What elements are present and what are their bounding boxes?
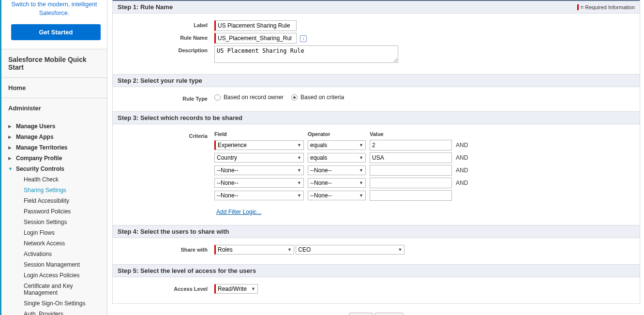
rule-type-label: Rule Type (118, 94, 214, 102)
expand-icon: ▶ (8, 145, 14, 151)
button-bar: Save Cancel (112, 304, 640, 315)
step1-title: Step 1: Rule Name (118, 3, 173, 11)
criteria-and-label: AND (456, 164, 472, 177)
radio-based-on-owner[interactable]: Based on record owner (214, 94, 284, 101)
step4-header: Step 4: Select the users to share with (113, 225, 640, 238)
sidebar-item-sharing-settings[interactable]: Sharing Settings (1, 185, 107, 195)
share-with-label: Share with (118, 245, 214, 253)
switch-to-lightning-panel: Switch to the modern, intelligent Salesf… (1, 0, 107, 49)
get-started-button[interactable]: Get Started (11, 24, 101, 40)
switch-text-line2: Salesforce. (11, 9, 97, 17)
required-bar-icon (577, 4, 579, 10)
description-label: Description (118, 45, 214, 53)
sidebar-item-activations[interactable]: Activations (1, 249, 107, 259)
criteria-row: --None----None-- (214, 189, 472, 202)
expand-icon: ▶ (8, 135, 14, 140)
criteria-field-select[interactable]: --None-- (214, 178, 304, 188)
access-level-select[interactable]: Read/Write (214, 284, 258, 294)
criteria-field-select[interactable]: Experience (214, 140, 304, 150)
sidebar-item-login-flows[interactable]: Login Flows (1, 227, 107, 238)
cancel-button[interactable]: Cancel (374, 313, 403, 315)
criteria-row: CountryequalsAND (214, 151, 472, 164)
criteria-table: Field Operator Value ExperienceequalsAND… (214, 131, 472, 202)
criteria-row: --None----None--AND (214, 177, 472, 189)
criteria-and-label: AND (456, 151, 472, 164)
sidebar-item-field-accessibility[interactable]: Field Accessibility (1, 195, 107, 206)
label-label: Label (118, 20, 214, 28)
sidebar-item-security-controls[interactable]: ▼Security Controls (1, 164, 107, 174)
sidebar-item-company-profile[interactable]: ▶Company Profile (1, 153, 107, 164)
radio-icon (214, 94, 221, 101)
required-info-text: = Required Information (581, 4, 635, 10)
criteria-and-label: AND (456, 139, 472, 151)
criteria-field-select[interactable]: --None-- (214, 191, 304, 200)
radio-icon-checked (291, 94, 298, 101)
sidebar-item-network-access[interactable]: Network Access (1, 238, 107, 249)
step2-header: Step 2: Select your rule type (113, 74, 640, 87)
criteria-operator-select[interactable]: --None-- (308, 165, 366, 175)
sidebar-home[interactable]: Home (1, 78, 107, 98)
radio-owner-label: Based on record owner (224, 94, 284, 101)
share-with-type-select[interactable]: Roles (214, 245, 294, 255)
radio-based-on-criteria[interactable]: Based on criteria (291, 94, 344, 101)
sidebar-item-session-management[interactable]: Session Management (1, 259, 107, 270)
save-button[interactable]: Save (349, 313, 373, 315)
criteria-operator-select[interactable]: --None-- (308, 191, 366, 200)
rule-name-input[interactable] (214, 33, 297, 44)
criteria-operator-select[interactable]: --None-- (308, 178, 366, 188)
criteria-th-value: Value (370, 131, 456, 139)
required-info-legend: = Required Information (577, 4, 635, 10)
sidebar: Switch to the modern, intelligent Salesf… (0, 0, 107, 315)
criteria-th-field: Field (214, 131, 308, 139)
sidebar-item-password-policies[interactable]: Password Policies (1, 206, 107, 217)
step5-header: Step 5: Select the level of access for t… (113, 264, 640, 277)
criteria-value-input[interactable] (370, 140, 452, 150)
criteria-value-input[interactable] (370, 190, 452, 201)
radio-criteria-label: Based on criteria (300, 94, 344, 101)
sidebar-item-health-check[interactable]: Health Check (1, 174, 107, 185)
label-input[interactable] (214, 20, 297, 31)
criteria-row: --None----None--AND (214, 164, 472, 177)
share-with-target-select[interactable]: CEO (296, 245, 404, 255)
criteria-label: Criteria (118, 131, 214, 139)
description-textarea[interactable]: US Placement Sharing Rule (214, 45, 398, 63)
collapse-icon: ▼ (8, 166, 14, 172)
main-content: Step 1: Rule Name = Required Information… (107, 0, 644, 315)
criteria-operator-select[interactable]: equals (308, 153, 366, 163)
info-icon[interactable]: i (300, 35, 307, 42)
sidebar-item-login-access-policies[interactable]: Login Access Policies (1, 270, 107, 281)
criteria-and-label: AND (456, 177, 472, 189)
criteria-value-input[interactable] (370, 178, 452, 188)
criteria-field-select[interactable]: --None-- (214, 165, 304, 175)
sidebar-administer-header: Administer (1, 98, 107, 118)
criteria-and-label (456, 189, 472, 202)
criteria-th-operator: Operator (308, 131, 370, 139)
criteria-row: ExperienceequalsAND (214, 139, 472, 151)
sidebar-item-auth-providers[interactable]: Auth. Providers (1, 309, 107, 315)
sidebar-item-single-sign-on[interactable]: Single Sign-On Settings (1, 298, 107, 309)
switch-text-line1: Switch to the modern, intelligent (11, 0, 97, 9)
sidebar-item-manage-territories[interactable]: ▶Manage Territories (1, 142, 107, 153)
rule-name-label: Rule Name (118, 33, 214, 41)
sidebar-item-certificate-key-mgmt[interactable]: Certificate and Key Management (1, 281, 107, 298)
step3-header: Step 3: Select which records to be share… (113, 111, 640, 124)
sidebar-item-session-settings[interactable]: Session Settings (1, 217, 107, 227)
criteria-value-input[interactable] (370, 165, 452, 176)
sidebar-item-manage-apps[interactable]: ▶Manage Apps (1, 132, 107, 142)
expand-icon: ▶ (8, 124, 14, 130)
sidebar-mobile-quick-start[interactable]: Salesforce Mobile Quick Start (1, 49, 107, 78)
criteria-operator-select[interactable]: equals (308, 140, 366, 150)
criteria-value-input[interactable] (370, 152, 452, 163)
add-filter-logic-link[interactable]: Add Filter Logic... (216, 209, 261, 215)
expand-icon: ▶ (8, 156, 14, 162)
access-level-label: Access Level (118, 284, 214, 292)
sidebar-item-manage-users[interactable]: ▶Manage Users (1, 121, 107, 132)
step1-header: Step 1: Rule Name = Required Information (113, 1, 640, 14)
criteria-field-select[interactable]: Country (214, 153, 304, 163)
